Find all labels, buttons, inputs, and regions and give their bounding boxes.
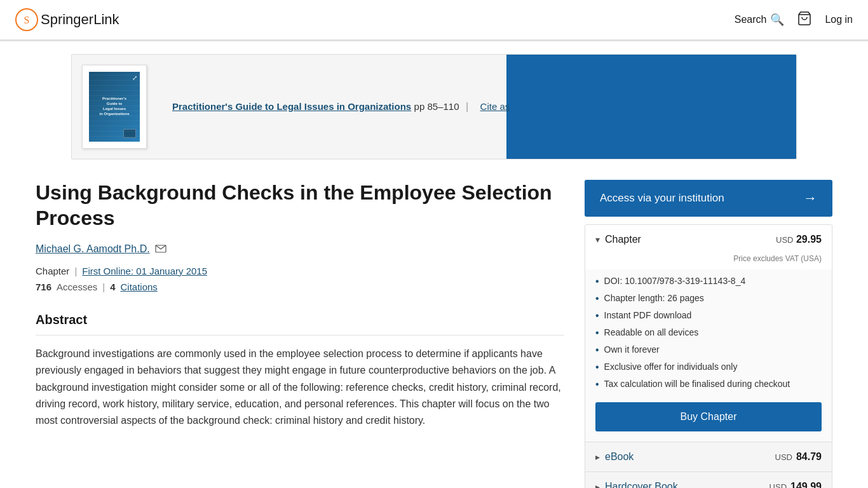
site-header: S SpringerLink Search 🔍 Log in bbox=[0, 0, 868, 41]
search-button[interactable]: Search 🔍 bbox=[735, 13, 785, 27]
bullet-icon: • bbox=[595, 360, 599, 375]
springer-mark bbox=[123, 129, 136, 138]
chapter-currency: USD bbox=[776, 235, 793, 245]
ebook-chevron-icon: ▸ bbox=[595, 452, 600, 462]
chapter-price-wrap: USD 29.95 bbox=[776, 234, 822, 245]
citations-count: 4 bbox=[110, 281, 115, 292]
bullet-icon: • bbox=[595, 274, 599, 289]
svg-text:S: S bbox=[24, 15, 30, 25]
detail-length: • Chapter length: 26 pages bbox=[595, 292, 822, 306]
buy-chapter-button[interactable]: Buy Chapter bbox=[595, 402, 822, 431]
detail-forever: • Own it forever bbox=[595, 343, 822, 358]
article-title: Using Background Checks in the Employee … bbox=[36, 180, 564, 231]
chapter-price: 29.95 bbox=[796, 234, 822, 245]
meta-line: Chapter | First Online: 01 January 2015 bbox=[36, 266, 564, 276]
detail-doi: • DOI: 10.1007/978-3-319-11143-8_4 bbox=[595, 274, 822, 289]
book-cover-wrap: ⤢ Practitioner'sGuide toLegal Issuesin O… bbox=[82, 65, 147, 149]
content-area: Using Background Checks in the Employee … bbox=[36, 180, 564, 430]
abstract-divider bbox=[36, 335, 564, 336]
book-banner-wrap: ⤢ Practitioner'sGuide toLegal Issuesin O… bbox=[36, 54, 832, 159]
logo-text: SpringerLink bbox=[41, 11, 119, 28]
accesses-label: Accesses bbox=[57, 281, 97, 292]
expand-icon: ⤢ bbox=[132, 74, 137, 81]
hardcover-label[interactable]: Hardcover Book bbox=[605, 481, 678, 488]
hardcover-price: 149.99 bbox=[790, 481, 822, 488]
hardcover-section: ▸ Hardcover Book USD 149.99 bbox=[585, 472, 832, 488]
email-icon bbox=[155, 244, 166, 255]
stats-line: 716 Accesses | 4 Citations bbox=[36, 281, 564, 292]
detail-pdf-text: Instant PDF download bbox=[604, 309, 692, 322]
hardcover-chevron-icon: ▸ bbox=[595, 482, 600, 488]
ebook-currency: USD bbox=[775, 452, 792, 462]
ebook-label[interactable]: eBook bbox=[605, 451, 634, 463]
hardcover-price-wrap: USD 149.99 bbox=[770, 481, 822, 488]
header-nav: Search 🔍 Log in bbox=[735, 11, 853, 29]
detail-tax: • Tax calculation will be finalised duri… bbox=[595, 377, 822, 392]
chapter-details: • DOI: 10.1007/978-3-319-11143-8_4 • Cha… bbox=[585, 269, 832, 442]
abstract-text: Background investigations are commonly u… bbox=[36, 346, 564, 430]
accesses-count: 716 bbox=[36, 281, 51, 292]
ebook-header-left: ▸ eBook bbox=[595, 451, 634, 463]
book-cover-image: ⤢ Practitioner'sGuide toLegal Issuesin O… bbox=[89, 72, 140, 142]
springer-logo[interactable]: S SpringerLink bbox=[15, 8, 119, 31]
stats-divider: | bbox=[102, 281, 105, 292]
author-link[interactable]: Michael G. Aamodt Ph.D. bbox=[36, 243, 150, 254]
bullet-icon: • bbox=[595, 377, 599, 392]
search-label: Search bbox=[735, 14, 767, 25]
chapter-label: Chapter bbox=[605, 234, 641, 245]
sidebar: Access via your institution → ▾ Chapter … bbox=[585, 180, 832, 488]
author-line: Michael G. Aamodt Ph.D. bbox=[36, 243, 564, 255]
bullet-icon: • bbox=[595, 325, 599, 341]
bullet-icon: • bbox=[595, 342, 599, 358]
ebook-price-wrap: USD 84.79 bbox=[775, 451, 822, 463]
purchase-box: ▾ Chapter USD 29.95 Price excludes VAT (… bbox=[585, 224, 832, 488]
access-via-institution-button[interactable]: Access via your institution → bbox=[585, 180, 832, 217]
hardcover-section-header[interactable]: ▸ Hardcover Book USD 149.99 bbox=[585, 472, 832, 488]
hardcover-header-left: ▸ Hardcover Book bbox=[595, 481, 678, 488]
meta-separator: | bbox=[74, 266, 77, 276]
chapter-label: Chapter bbox=[36, 266, 69, 276]
header-divider bbox=[0, 41, 868, 41]
access-btn-arrow: → bbox=[803, 190, 817, 207]
detail-devices: • Readable on all devices bbox=[595, 326, 822, 341]
chapter-chevron-icon: ▾ bbox=[595, 234, 600, 245]
access-btn-label: Access via your institution bbox=[600, 192, 724, 205]
detail-doi-text: DOI: 10.1007/978-3-319-11143-8_4 bbox=[604, 274, 746, 288]
cart-icon[interactable] bbox=[797, 11, 812, 29]
chapter-price-note: Price excludes VAT (USA) bbox=[585, 254, 832, 269]
bullet-icon: • bbox=[595, 291, 599, 306]
first-online-link[interactable]: First Online: 01 January 2015 bbox=[82, 266, 207, 276]
springer-logo-icon: S bbox=[15, 8, 38, 31]
chapter-section-header[interactable]: ▾ Chapter USD 29.95 bbox=[585, 225, 832, 254]
ebook-price: 84.79 bbox=[796, 451, 822, 463]
detail-length-text: Chapter length: 26 pages bbox=[604, 292, 704, 305]
chapter-header-left: ▾ Chapter bbox=[595, 234, 641, 245]
login-button[interactable]: Log in bbox=[825, 14, 853, 25]
detail-exclusive: • Exclusive offer for individuals only bbox=[595, 360, 822, 375]
main-container: Using Background Checks in the Employee … bbox=[36, 159, 832, 488]
citations-link[interactable]: Citations bbox=[120, 281, 157, 292]
detail-pdf: • Instant PDF download bbox=[595, 309, 822, 323]
ebook-section-header[interactable]: ▸ eBook USD 84.79 bbox=[585, 442, 832, 471]
book-title-link[interactable]: Practitioner's Guide to Legal Issues in … bbox=[172, 101, 411, 112]
book-banner: ⤢ Practitioner'sGuide toLegal Issuesin O… bbox=[71, 54, 797, 159]
search-icon: 🔍 bbox=[770, 13, 784, 27]
hardcover-currency: USD bbox=[770, 482, 787, 488]
detail-tax-text: Tax calculation will be finalised during… bbox=[604, 377, 790, 391]
ebook-section: ▸ eBook USD 84.79 bbox=[585, 442, 832, 472]
book-pages: pp 85–110 bbox=[414, 101, 459, 112]
pipe-divider: | bbox=[466, 101, 468, 112]
logo-area: S SpringerLink bbox=[15, 8, 119, 31]
detail-exclusive-text: Exclusive offer for individuals only bbox=[604, 360, 738, 374]
book-cover-label: Practitioner'sGuide toLegal Issuesin Org… bbox=[97, 94, 132, 119]
abstract-heading: Abstract bbox=[36, 313, 564, 327]
abstract-section: Abstract Background investigations are c… bbox=[36, 313, 564, 430]
detail-forever-text: Own it forever bbox=[604, 343, 660, 356]
cite-link[interactable]: Cite as bbox=[480, 101, 510, 112]
chapter-section: ▾ Chapter USD 29.95 Price excludes VAT (… bbox=[585, 225, 832, 442]
bullet-icon: • bbox=[595, 308, 599, 323]
cart-svg bbox=[797, 11, 812, 26]
detail-devices-text: Readable on all devices bbox=[604, 326, 699, 339]
book-info: Practitioner's Guide to Legal Issues in … bbox=[157, 88, 796, 125]
